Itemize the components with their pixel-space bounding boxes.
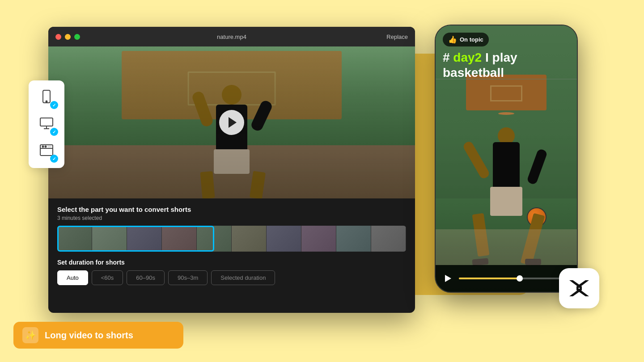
- duration-60-90s-button[interactable]: 60–90s: [127, 270, 165, 285]
- capcut-icon: [566, 275, 593, 302]
- filmstrip-frame-9: [336, 226, 371, 252]
- filmstrip-frame-1: [57, 226, 92, 252]
- banner-icon-container: ✨: [22, 327, 38, 343]
- filmstrip-frame-5: [197, 226, 232, 252]
- traffic-lights: [55, 34, 80, 40]
- filmstrip-frame-4: [162, 226, 197, 252]
- progress-dot[interactable]: [517, 275, 523, 282]
- desktop-check-badge: ✓: [50, 128, 58, 136]
- filmstrip-frame-6: [232, 226, 267, 252]
- hashtag-overlay: # day2 I play basketball: [443, 50, 570, 80]
- phone-video-content: 👍 On topic # day2 I play basketball: [436, 25, 577, 292]
- window-titlebar: nature.mp4 Replace: [48, 27, 415, 46]
- minimize-button[interactable]: [65, 34, 71, 40]
- hashtag-symbol: #: [443, 51, 453, 64]
- thumbs-up-icon: 👍: [448, 35, 457, 44]
- duration-60s-button[interactable]: <60s: [92, 270, 123, 285]
- duration-auto-button[interactable]: Auto: [57, 270, 88, 285]
- phone-mockup: 👍 On topic # day2 I play basketball: [435, 25, 578, 293]
- svg-point-1: [46, 101, 47, 102]
- filmstrip[interactable]: [57, 226, 406, 252]
- browser-check-badge: ✓: [50, 155, 58, 163]
- mobile-device-option[interactable]: ✓: [37, 88, 56, 107]
- desktop-app-window: nature.mp4 Replace: [48, 27, 415, 313]
- browser-device-option[interactable]: ✓: [37, 141, 56, 161]
- minutes-selected-label: 3 minutes selected: [57, 215, 406, 221]
- on-topic-badge: 👍 On topic: [443, 33, 489, 46]
- filmstrip-frame-2: [92, 226, 127, 252]
- svg-rect-2: [40, 118, 53, 126]
- progress-bar-fill: [459, 278, 520, 279]
- hashtag-day: day2: [453, 51, 482, 64]
- filename-label: nature.mp4: [217, 34, 246, 40]
- bottom-banner[interactable]: ✨ Long video to shorts: [13, 322, 183, 349]
- video-preview-area[interactable]: [48, 46, 415, 198]
- duration-buttons-group: Auto <60s 60–90s 90s–3m Selected duratio…: [57, 270, 406, 285]
- capcut-logo: [559, 268, 599, 308]
- filmstrip-frame-10: [371, 226, 406, 252]
- duration-label: Set duration for shorts: [57, 259, 406, 266]
- play-button[interactable]: [219, 110, 244, 135]
- desktop-device-option[interactable]: ✓: [37, 114, 56, 134]
- svg-point-8: [45, 146, 47, 147]
- svg-rect-9: [47, 146, 52, 147]
- select-part-label: Select the part you want to convert shor…: [57, 206, 406, 213]
- on-topic-label: On topic: [460, 36, 483, 43]
- device-sidebar: ✓ ✓ ✓: [29, 80, 64, 168]
- duration-selected-button[interactable]: Selected duration: [211, 270, 275, 285]
- maximize-button[interactable]: [74, 34, 80, 40]
- replace-button[interactable]: Replace: [386, 34, 408, 40]
- controls-area: Select the part you want to convert shor…: [48, 198, 415, 292]
- mobile-check-badge: ✓: [50, 101, 58, 109]
- filmstrip-frame-7: [267, 226, 301, 252]
- banner-icon: ✨: [25, 330, 36, 341]
- phone-play-button[interactable]: [443, 273, 453, 284]
- filmstrip-frame-8: [301, 226, 336, 252]
- banner-label: Long video to shorts: [45, 330, 133, 341]
- progress-bar-container[interactable]: [459, 278, 570, 279]
- duration-90s-3m-button[interactable]: 90s–3m: [168, 270, 208, 285]
- close-button[interactable]: [55, 34, 61, 40]
- phone-progress-bar[interactable]: [436, 265, 577, 292]
- filmstrip-frame-3: [127, 226, 162, 252]
- svg-point-7: [42, 146, 44, 147]
